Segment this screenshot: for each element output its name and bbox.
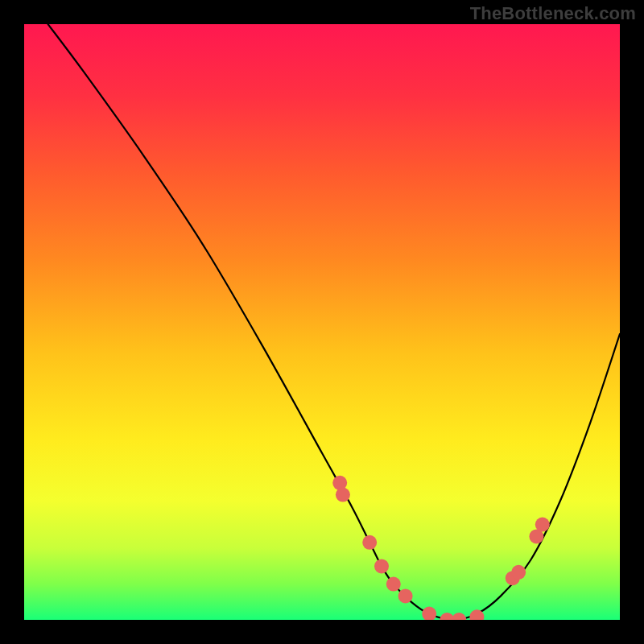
data-point: [336, 488, 350, 502]
chart-frame: TheBottleneck.com: [0, 0, 644, 644]
watermark-text: TheBottleneck.com: [470, 3, 636, 24]
data-point: [386, 577, 401, 592]
data-point: [535, 518, 550, 532]
chart-svg: [24, 24, 620, 620]
chart-plot: [24, 24, 620, 620]
data-point: [511, 565, 526, 580]
data-point: [362, 535, 377, 550]
data-point: [398, 588, 413, 603]
data-point: [374, 559, 389, 573]
